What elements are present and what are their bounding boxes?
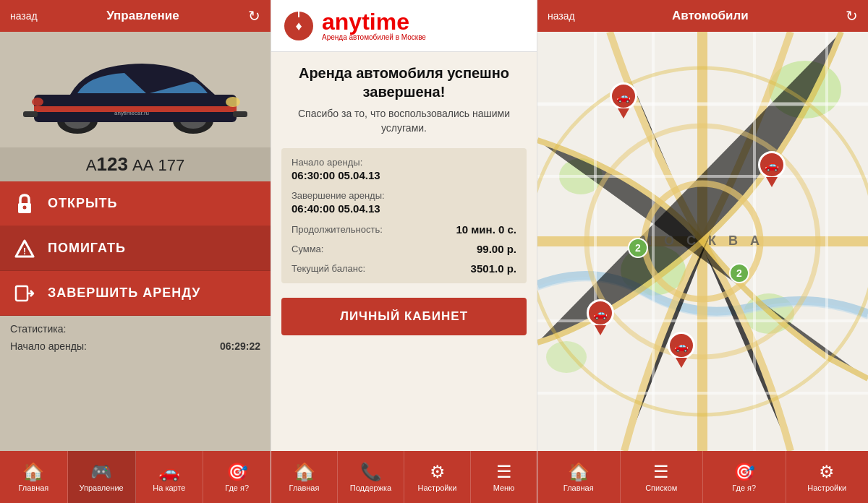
back-button-p1[interactable]: назад xyxy=(10,10,38,22)
footer-home-p2[interactable]: 🏠 Главная xyxy=(271,451,338,503)
stats-start-label: Начало аренды: xyxy=(10,340,87,352)
honk-button[interactable]: ! ПОМИГАТЬ xyxy=(0,226,271,271)
detail-balance-value: 3501.0 р. xyxy=(471,262,516,275)
detail-duration-label: Продолжительность: xyxy=(292,224,383,235)
open-button[interactable]: ОТКРЫТЬ xyxy=(0,181,271,226)
home-icon-p1: 🏠 xyxy=(22,462,44,482)
map-roads: М О С К В А xyxy=(537,32,868,451)
svg-point-12 xyxy=(23,205,27,209)
honk-label: ПОМИГАТЬ xyxy=(48,241,126,256)
warning-icon: ! xyxy=(12,236,38,262)
open-label: ОТКРЫТЬ xyxy=(48,196,118,211)
footer-settings-p2[interactable]: ⚙ Настройки xyxy=(404,451,471,503)
anytime-title: anytime xyxy=(322,10,426,33)
detail-sum-value: 99.00 р. xyxy=(477,243,516,255)
svg-point-8 xyxy=(32,98,43,106)
car-pin-circle-1: 🚗 xyxy=(610,82,637,110)
detail-sum-label: Сумма: xyxy=(292,244,323,254)
number-circle-1: 2 xyxy=(628,238,648,258)
settings-icon-p3: ⚙ xyxy=(819,462,835,482)
license-plate: А123 АА 177 xyxy=(0,147,271,181)
list-icon-p3: ☰ xyxy=(653,462,669,482)
footer-home-label-p3: Главная xyxy=(563,483,594,492)
settings-icon-p2: ⚙ xyxy=(430,462,446,482)
map-background: М О С К В А 🚗 🚗 🚗 🚗 2 2 xyxy=(537,32,868,451)
footer-settings-label-p2: Настройки xyxy=(418,483,457,492)
car-pin-tail-4 xyxy=(676,358,687,368)
svg-rect-15 xyxy=(16,286,27,301)
success-message: Аренда автомобиля успешно завершена! Спа… xyxy=(271,52,537,142)
svg-text:!: ! xyxy=(23,246,26,257)
rental-details: Начало аренды: 06:30:00 05.04.13 Заверше… xyxy=(281,148,527,283)
panel1-header: назад Управление ↻ xyxy=(0,0,271,32)
footer-support-p2[interactable]: 📞 Поддержка xyxy=(338,451,404,503)
footer-menu-p2[interactable]: ☰ Меню xyxy=(471,451,537,503)
panel3-footer: 🏠 Главная ☰ Списком 🎯 Где я? ⚙ Настройки xyxy=(537,451,868,503)
footer-where-p1[interactable]: 🎯 Где я? xyxy=(203,451,271,503)
refresh-icon-p1[interactable]: ↻ xyxy=(248,7,260,25)
footer-list-p3[interactable]: ☰ Списком xyxy=(621,451,704,503)
footer-home-label-p2: Главная xyxy=(289,483,320,492)
back-button-p3[interactable]: назад xyxy=(548,10,575,22)
footer-home-p3[interactable]: 🏠 Главная xyxy=(537,451,621,503)
panel-control: назад Управление ↻ anytimecar.ru xyxy=(0,0,271,503)
panel3-header: назад Автомобили ↻ xyxy=(537,0,868,32)
footer-control-label-p1: Управление xyxy=(80,483,124,492)
number-circle-2: 2 xyxy=(729,263,749,283)
panel-receipt: ♦ anytime Аренда автомобилей в Москве Ар… xyxy=(271,0,537,503)
car-pin-tail-1 xyxy=(618,108,629,119)
car-illustration: anytimecar.ru xyxy=(20,43,251,137)
detail-start-label: Начало аренды: xyxy=(292,157,516,168)
car-pin-tail-3 xyxy=(595,325,606,335)
svg-point-25 xyxy=(546,341,587,373)
refresh-icon-p3[interactable]: ↻ xyxy=(846,7,858,25)
footer-where-p3[interactable]: 🎯 Где я? xyxy=(703,451,786,503)
car-pin-1[interactable]: 🚗 xyxy=(610,82,637,119)
cabinet-button[interactable]: ЛИЧНЫЙ КАБИНЕТ xyxy=(281,298,527,335)
footer-settings-p3[interactable]: ⚙ Настройки xyxy=(786,451,869,503)
car-pin-circle-4: 🚗 xyxy=(668,332,695,359)
anytime-logo-svg: ♦ xyxy=(283,10,315,42)
control-icon-p1: 🎮 xyxy=(90,462,112,482)
panel1-footer: 🏠 Главная 🎮 Управление 🚗 На карте 🎯 Где … xyxy=(0,451,271,503)
panel1-title: Управление xyxy=(106,9,179,23)
car-image-area: anytimecar.ru xyxy=(0,32,271,147)
detail-start-value: 06:30:00 05.04.13 xyxy=(292,169,516,181)
footer-where-label-p3: Где я? xyxy=(732,483,756,492)
car-pin-circle-2: 🚗 xyxy=(758,151,786,179)
where-icon-p1: 🎯 xyxy=(226,462,248,482)
detail-balance: Текущий баланс: 3501.0 р. xyxy=(292,262,516,275)
finish-label: ЗАВЕРШИТЬ АРЕНДУ xyxy=(48,285,201,301)
lock-icon xyxy=(12,191,38,217)
detail-end: Завершение аренды: 06:40:00 05.04.13 xyxy=(292,190,516,215)
svg-rect-10 xyxy=(233,111,247,117)
detail-duration-value: 10 мин. 0 с. xyxy=(456,223,516,236)
svg-text:anytimecar.ru: anytimecar.ru xyxy=(114,110,149,116)
car-pin-circle-3: 🚗 xyxy=(587,299,614,327)
anytime-brand: anytime Аренда автомобилей в Москве xyxy=(322,10,426,42)
car-pin-2[interactable]: 🚗 xyxy=(758,151,786,187)
detail-end-value: 06:40:00 05.04.13 xyxy=(292,202,516,215)
exit-icon xyxy=(12,280,38,306)
car-pin-tail-2 xyxy=(766,177,778,187)
footer-where-label-p1: Где я? xyxy=(225,483,249,492)
car-pin-4[interactable]: 🚗 xyxy=(668,332,695,368)
panel3-title: Автомобили xyxy=(672,9,749,23)
footer-control-p1[interactable]: 🎮 Управление xyxy=(68,451,136,503)
footer-map-p1[interactable]: 🚗 На карте xyxy=(136,451,204,503)
map-icon-p1: 🚗 xyxy=(158,462,180,482)
svg-point-7 xyxy=(226,97,240,107)
footer-home-p1[interactable]: 🏠 Главная xyxy=(0,451,68,503)
finish-button[interactable]: ЗАВЕРШИТЬ АРЕНДУ xyxy=(0,271,271,316)
detail-balance-label: Текущий баланс: xyxy=(292,263,365,274)
menu-icon-p2: ☰ xyxy=(496,462,512,482)
footer-support-label-p2: Поддержка xyxy=(350,483,391,492)
car-pin-3[interactable]: 🚗 xyxy=(587,299,614,335)
stats-start-value: 06:29:22 xyxy=(220,340,260,352)
map-area[interactable]: М О С К В А 🚗 🚗 🚗 🚗 2 2 xyxy=(537,32,868,451)
svg-rect-9 xyxy=(23,111,38,117)
stats-area: Статистика: xyxy=(0,316,271,339)
footer-home-label-p1: Главная xyxy=(18,483,48,492)
footer-map-label-p1: На карте xyxy=(153,483,185,492)
panel2-header: ♦ anytime Аренда автомобилей в Москве xyxy=(271,0,537,52)
